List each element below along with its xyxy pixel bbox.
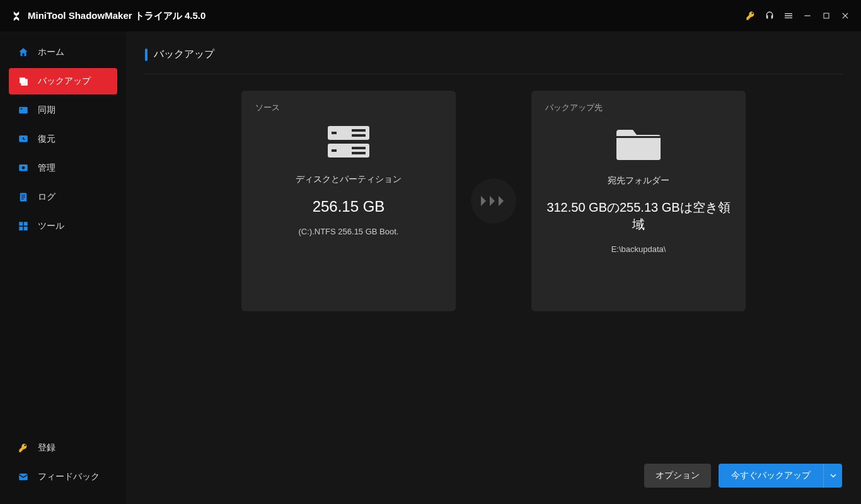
sidebar-item-label: 同期	[38, 105, 55, 116]
logo-icon	[10, 9, 23, 22]
log-icon	[18, 192, 29, 203]
svg-rect-21	[332, 132, 337, 134]
svg-rect-15	[19, 227, 23, 231]
sidebar-item-restore[interactable]: 復元	[9, 126, 117, 152]
sync-icon	[18, 105, 29, 116]
destination-free: 312.50 GBの255.13 GBは空き領域	[545, 199, 732, 233]
svg-rect-25	[332, 149, 337, 152]
sidebar-item-sync[interactable]: 同期	[9, 97, 117, 123]
sidebar-item-label: 管理	[38, 163, 55, 174]
tools-icon	[18, 220, 29, 232]
sidebar-item-log[interactable]: ログ	[9, 184, 117, 210]
page-title: バックアップ	[154, 48, 214, 61]
svg-rect-2	[20, 77, 25, 83]
sidebar-item-feedback[interactable]: フィードバック	[9, 464, 117, 490]
sidebar-item-label: ログ	[38, 192, 55, 203]
backup-now-split-button: 今すぐバックアップ	[719, 464, 842, 488]
svg-rect-13	[19, 222, 23, 226]
backup-now-button[interactable]: 今すぐバックアップ	[719, 464, 823, 488]
destination-label: バックアップ先	[545, 102, 732, 113]
svg-rect-16	[24, 227, 28, 231]
header-accent-bar	[145, 49, 147, 61]
content-area: バックアップ ソース ディスクとパーティショ	[126, 32, 861, 504]
svg-rect-11	[21, 197, 25, 197]
destination-path: E:\backupdata\	[545, 244, 732, 254]
sidebar-item-label: 復元	[38, 134, 55, 145]
titlebar-maximize-button[interactable]	[817, 6, 836, 25]
svg-rect-23	[352, 147, 366, 149]
page-header: バックアップ	[145, 48, 842, 74]
svg-rect-27	[616, 136, 661, 138]
sidebar-item-label: ホーム	[38, 47, 64, 58]
sidebar-item-home[interactable]: ホーム	[9, 39, 117, 66]
svg-rect-5	[21, 108, 23, 110]
backup-cards: ソース ディスクとパーティション 256.15 GB (C:).	[145, 91, 842, 311]
titlebar-headset-button[interactable]	[760, 6, 779, 25]
sidebar-item-label: フィードバック	[38, 471, 100, 483]
svg-rect-12	[21, 198, 24, 199]
app-logo: MiniTool ShadowMaker トライアル 4.5.0	[10, 9, 205, 22]
manage-icon	[18, 163, 29, 174]
source-size: 256.15 GB	[255, 198, 442, 215]
app-title: MiniTool ShadowMaker トライアル 4.5.0	[28, 10, 205, 22]
destination-card[interactable]: バックアップ先 宛先フォルダー 312.50 GBの255.13 GBは空き領域…	[531, 91, 746, 311]
home-icon	[18, 47, 29, 58]
svg-rect-4	[19, 107, 28, 114]
sidebar-item-label: ツール	[38, 220, 64, 232]
options-button[interactable]: オプション	[644, 464, 711, 488]
titlebar-minimize-button[interactable]	[798, 6, 817, 25]
sidebar: ホーム バックアップ 同期 復元	[0, 32, 126, 504]
titlebar-close-button[interactable]	[836, 6, 855, 25]
key-icon	[18, 442, 29, 454]
titlebar-menu-button[interactable]	[779, 6, 798, 25]
source-label: ソース	[255, 102, 442, 113]
svg-rect-26	[616, 137, 661, 160]
source-detail: (C:).NTFS 256.15 GB Boot.	[255, 227, 442, 236]
sidebar-item-manage[interactable]: 管理	[9, 155, 117, 181]
svg-rect-14	[24, 222, 28, 226]
arrow-icon	[471, 178, 516, 224]
source-title: ディスクとパーティション	[255, 174, 442, 185]
restore-icon	[18, 134, 29, 145]
svg-rect-1	[824, 13, 829, 18]
disk-icon	[324, 123, 373, 161]
footer-actions: オプション 今すぐバックアップ	[145, 464, 842, 488]
svg-rect-24	[352, 152, 366, 154]
svg-rect-0	[804, 15, 810, 16]
mail-icon	[18, 471, 29, 483]
source-card[interactable]: ソース ディスクとパーティション 256.15 GB (C:).	[241, 91, 456, 311]
sidebar-item-tools[interactable]: ツール	[9, 213, 117, 239]
svg-rect-10	[21, 195, 25, 195]
arrow-separator	[456, 91, 531, 311]
sidebar-item-label: 登録	[38, 442, 55, 454]
svg-point-8	[22, 166, 25, 169]
svg-rect-20	[352, 134, 366, 137]
svg-rect-19	[352, 129, 366, 132]
folder-icon	[614, 123, 663, 163]
sidebar-item-label: バックアップ	[38, 76, 91, 87]
titlebar-key-button[interactable]	[741, 6, 760, 25]
backup-now-caret[interactable]	[823, 464, 842, 488]
backup-icon	[18, 76, 29, 87]
title-bar: MiniTool ShadowMaker トライアル 4.5.0	[0, 0, 861, 32]
sidebar-item-register[interactable]: 登録	[9, 435, 117, 461]
sidebar-item-backup[interactable]: バックアップ	[9, 68, 117, 94]
destination-title: 宛先フォルダー	[545, 175, 732, 186]
